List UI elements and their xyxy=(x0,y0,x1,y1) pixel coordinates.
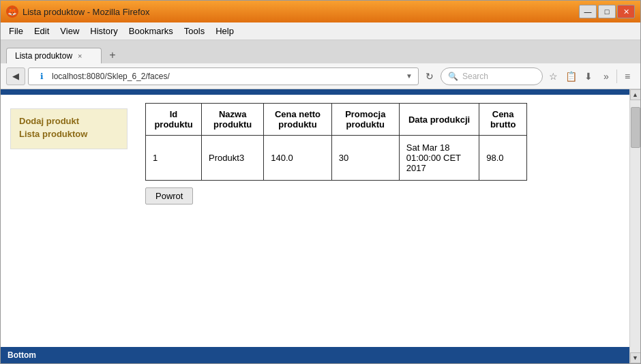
bottom-bar: Bottom xyxy=(1,347,629,363)
url-text: localhost:8080/Sklep_6_2/faces/ xyxy=(52,72,403,81)
scrollbar: ▲ ▼ xyxy=(629,89,640,363)
col-header-cena-brutto: Cena brutto xyxy=(479,104,527,136)
powrot-button[interactable]: Powrot xyxy=(145,187,193,204)
menu-tools[interactable]: Tools xyxy=(179,25,210,37)
table-area: Id produktu Nazwa produktu Cena netto pr… xyxy=(137,95,629,347)
scroll-up-button[interactable]: ▲ xyxy=(630,89,641,100)
col-header-data: Data produkcji xyxy=(399,104,479,136)
search-icon: 🔍 xyxy=(448,72,458,81)
info-icon: ℹ xyxy=(34,69,49,84)
new-tab-button[interactable]: + xyxy=(104,48,121,63)
sidebar-box: Dodaj produkt Lista produktow xyxy=(10,108,128,149)
col-header-id: Id produktu xyxy=(146,104,202,136)
url-dropdown-icon[interactable]: ▼ xyxy=(406,72,413,80)
search-placeholder: Search xyxy=(462,72,488,81)
refresh-button[interactable]: ↻ xyxy=(421,68,438,85)
col-header-cena-netto: Cena netto produktu xyxy=(264,104,332,136)
download-icon[interactable]: ⬇ xyxy=(581,69,596,84)
tab-label: Lista produktow xyxy=(15,51,72,61)
scroll-down-button[interactable]: ▼ xyxy=(630,352,641,363)
cell-cena-netto: 140.0 xyxy=(264,136,332,181)
bookmarks-list-icon[interactable]: 📋 xyxy=(563,69,578,84)
tab-close-button[interactable]: × xyxy=(76,52,83,60)
more-arrows-icon[interactable]: » xyxy=(599,69,614,84)
firefox-icon: 🦊 xyxy=(6,5,18,18)
title-bar: 🦊 Lista produktow - Mozilla Firefox — □ … xyxy=(1,1,640,22)
menu-view[interactable]: View xyxy=(55,25,85,37)
product-table: Id produktu Nazwa produktu Cena netto pr… xyxy=(145,103,527,181)
sidebar: Dodaj produkt Lista produktow xyxy=(1,95,137,347)
url-bar[interactable]: ℹ localhost:8080/Sklep_6_2/faces/ ▼ xyxy=(28,67,419,85)
scroll-track[interactable] xyxy=(630,100,640,352)
menu-bar: File Edit View History Bookmarks Tools H… xyxy=(1,22,640,40)
back-button[interactable]: ◀ xyxy=(6,67,25,85)
search-bar[interactable]: 🔍 Search xyxy=(441,67,543,85)
menu-file[interactable]: File xyxy=(3,25,29,37)
main-content: Dodaj produkt Lista produktow Id produkt… xyxy=(1,95,629,347)
address-bar: ◀ ℹ localhost:8080/Sklep_6_2/faces/ ▼ ↻ … xyxy=(1,63,640,89)
bookmark-star-icon[interactable]: ☆ xyxy=(546,69,561,84)
table-row: 1 Produkt3 140.0 30 Sat Mar 18 01:00:00 … xyxy=(146,136,527,181)
menu-help[interactable]: Help xyxy=(210,25,239,37)
scroll-thumb[interactable] xyxy=(631,107,640,148)
col-header-promocja: Promocja produktu xyxy=(331,104,399,136)
active-tab[interactable]: Lista produktow × xyxy=(6,48,102,63)
sidebar-item-lista[interactable]: Lista produktow xyxy=(19,129,119,139)
close-button[interactable]: ✕ xyxy=(617,5,635,18)
sidebar-item-dodaj[interactable]: Dodaj produkt xyxy=(19,116,119,126)
cell-nazwa: Produkt3 xyxy=(202,136,264,181)
menu-bookmarks[interactable]: Bookmarks xyxy=(123,25,179,37)
content-wrapper: Dodaj produkt Lista produktow Id produkt… xyxy=(1,89,640,363)
page-area: Dodaj produkt Lista produktow Id produkt… xyxy=(1,89,629,363)
bottom-text: Bottom xyxy=(8,350,36,360)
title-bar-left: 🦊 Lista produktow - Mozilla Firefox xyxy=(6,5,149,18)
browser-window: 🦊 Lista produktow - Mozilla Firefox — □ … xyxy=(0,0,641,364)
col-header-nazwa: Nazwa produktu xyxy=(202,104,264,136)
cell-cena-brutto: 98.0 xyxy=(479,136,527,181)
cell-promocja: 30 xyxy=(331,136,399,181)
tab-bar: Lista produktow × + xyxy=(1,40,640,63)
cell-data: Sat Mar 18 01:00:00 CET 2017 xyxy=(399,136,479,181)
minimize-button[interactable]: — xyxy=(579,5,597,18)
menu-edit[interactable]: Edit xyxy=(29,25,55,37)
maximize-button[interactable]: □ xyxy=(598,5,616,18)
blue-stripe xyxy=(1,89,629,95)
window-title: Lista produktow - Mozilla Firefox xyxy=(23,7,149,17)
menu-history[interactable]: History xyxy=(85,25,123,37)
window-controls: — □ ✕ xyxy=(579,5,635,18)
hamburger-menu-icon[interactable]: ≡ xyxy=(620,69,635,84)
cell-id: 1 xyxy=(146,136,202,181)
separator xyxy=(616,70,617,83)
